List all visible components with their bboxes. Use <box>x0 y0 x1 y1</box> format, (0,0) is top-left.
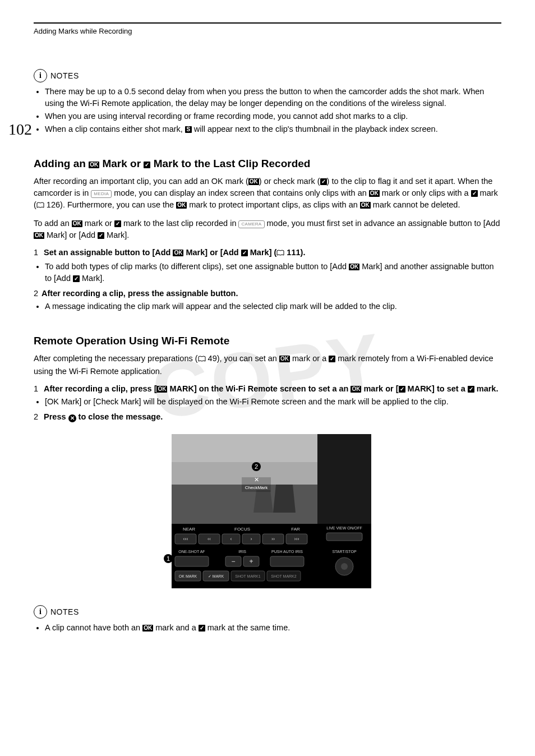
svg-text:FOCUS: FOCUS <box>234 527 250 532</box>
numbered-step-2-remote: 2 Press ✕ to close the message. <box>34 411 501 423</box>
step-sublist: To add both types of clip marks (to diff… <box>34 261 501 284</box>
body-text: mode, you must first set in advance an a… <box>265 219 500 228</box>
info-icon <box>34 69 47 82</box>
body-paragraph: To add an OK mark or ✓ mark to the last … <box>34 218 501 241</box>
page-number: 102 <box>8 121 32 139</box>
ok-mark-icon: OK <box>72 220 82 227</box>
note-item: When you are using interval recording or… <box>45 110 501 122</box>
section-heading-add-mark: Adding an OK Mark or ✓ Mark to the Last … <box>34 158 501 170</box>
svg-text:›››: ››› <box>294 536 299 542</box>
book-ref-icon <box>198 354 206 366</box>
svg-rect-34 <box>175 556 209 566</box>
notes-list-2: A clip cannot have both an OK mark and a… <box>34 622 501 634</box>
svg-text:+: + <box>249 557 253 565</box>
note-text: A clip cannot have both an <box>45 623 142 632</box>
book-ref-icon <box>36 200 44 212</box>
body-text: After recording an important clip, you c… <box>34 177 248 186</box>
note-text: When a clip contains either shot mark, <box>45 125 185 133</box>
notes-list-1: There may be up to a 0.5 second delay fr… <box>34 86 501 135</box>
check-mark-icon: ✓ <box>329 356 335 362</box>
body-text: mark or <box>82 219 114 228</box>
svg-text:2: 2 <box>255 463 258 470</box>
close-icon: ✕ <box>68 414 76 422</box>
check-mark-icon: ✓ <box>114 220 121 227</box>
notes-header-2: NOTES <box>34 605 501 619</box>
step-text: After recording a clip, press the assign… <box>41 289 238 298</box>
svg-text:CheckMark: CheckMark <box>245 485 268 490</box>
svg-rect-10 <box>317 434 371 524</box>
ok-mark-icon: OK <box>369 190 380 197</box>
step-text: mark or [ <box>361 384 398 393</box>
book-ref-icon <box>276 248 284 260</box>
svg-text:IRIS: IRIS <box>238 550 246 554</box>
svg-point-15 <box>341 563 348 570</box>
ok-mark-icon: OK <box>248 178 259 185</box>
step-sublist: A message indicating the clip mark will … <box>34 301 501 312</box>
body-text: Mark] or [Add <box>44 231 98 239</box>
body-text: ) or check mark ( <box>259 177 320 186</box>
media-mode-icon: MEDIA <box>91 190 112 198</box>
svg-text:SHOT MARK1: SHOT MARK1 <box>235 574 260 578</box>
svg-text:✓ MARK: ✓ MARK <box>208 574 224 578</box>
numbered-step-2: 2After recording a clip, press the assig… <box>34 288 501 299</box>
check-mark-icon: ✓ <box>471 190 478 197</box>
body-text: To add an <box>34 219 72 228</box>
notes-header-1: NOTES <box>34 69 501 82</box>
ok-mark-icon: OK <box>156 386 167 393</box>
note-text: will appear next to the clip's thumbnail… <box>192 125 438 133</box>
body-text: 126). Furthermore, you can use the <box>44 200 176 209</box>
ok-mark-icon: OK <box>360 202 371 209</box>
ok-mark-icon: OK <box>142 625 153 631</box>
body-text: mark to protect important clips, as clip… <box>187 200 360 209</box>
numbered-step-1-remote: 1 After recording a clip, press [OK MARK… <box>34 383 501 395</box>
check-mark-icon: ✓ <box>73 275 80 282</box>
svg-rect-2 <box>172 434 317 462</box>
heading-text: Adding an <box>34 158 89 169</box>
notes-label-2: NOTES <box>50 607 79 616</box>
step-text: Mark] or [Add <box>183 248 241 257</box>
header-rule <box>34 22 501 24</box>
svg-text:‹‹: ‹‹ <box>207 536 211 542</box>
body-text: To add both types of clip marks (to diff… <box>45 262 349 271</box>
wifi-remote-svg: ✕ CheckMark 2 LIVE VIEW ON/OFF START/STO… <box>164 434 371 588</box>
svg-text:‹‹‹: ‹‹‹ <box>183 536 188 542</box>
ok-mark-icon: OK <box>176 202 187 209</box>
step-subitem: A message indicating the clip mark will … <box>45 301 501 312</box>
step-subitem: [OK Mark] or [Check Mark] will be displa… <box>45 396 501 408</box>
section-heading-wifi-remote: Remote Operation Using Wi-Fi Remote <box>34 335 501 347</box>
notes-label-1: NOTES <box>50 71 79 80</box>
step-text: Mark] ( <box>248 248 277 257</box>
body-paragraph: After completing the necessary preparati… <box>34 353 501 377</box>
svg-text:›: › <box>251 536 252 542</box>
running-header: Adding Marks while Recording <box>34 27 501 35</box>
check-mark-icon: ✓ <box>468 386 474 393</box>
numbered-step-1: 1 Set an assignable button to [Add OK Ma… <box>34 247 501 260</box>
body-text: mark to the last clip recorded in <box>121 219 239 228</box>
ok-mark-icon: OK <box>350 386 361 393</box>
body-text: After completing the necessary preparati… <box>34 354 198 363</box>
svg-text:START/STOP: START/STOP <box>332 550 357 554</box>
check-mark-icon: ✓ <box>320 178 327 185</box>
ok-mark-icon: OK <box>349 264 359 270</box>
svg-text:NEAR: NEAR <box>183 527 195 532</box>
body-text: mark or a <box>290 354 329 363</box>
page-container: Adding Marks while Recording 102 COPY NO… <box>0 0 535 666</box>
body-text: mark or only clips with a <box>380 188 471 197</box>
svg-text:OK MARK: OK MARK <box>179 574 197 578</box>
svg-text:1: 1 <box>167 555 170 562</box>
info-icon <box>34 605 47 619</box>
svg-text:SHOT MARK2: SHOT MARK2 <box>271 574 296 578</box>
check-mark-icon: ✓ <box>241 250 248 256</box>
body-text: Mark]. <box>104 231 129 239</box>
note-item: A clip cannot have both an OK mark and a… <box>45 622 501 634</box>
svg-text:✕: ✕ <box>254 476 259 483</box>
ok-mark-icon: OK <box>34 232 44 239</box>
svg-text:FAR: FAR <box>291 527 300 532</box>
svg-text:PUSH AUTO IRIS: PUSH AUTO IRIS <box>271 550 303 554</box>
step-text: Press <box>44 412 68 421</box>
ok-mark-icon: OK <box>89 162 99 168</box>
note-text: mark and a <box>153 623 199 632</box>
step-text: 111). <box>284 248 305 257</box>
body-text: Mark]. <box>80 274 104 283</box>
body-text: 49), you can set an <box>206 354 279 363</box>
